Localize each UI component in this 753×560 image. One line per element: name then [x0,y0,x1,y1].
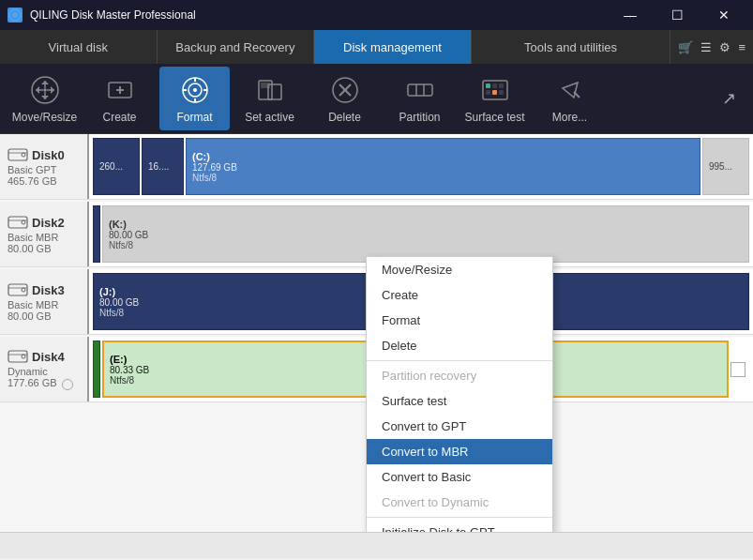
hdd-icon [8,214,28,231]
svg-rect-27 [492,90,497,95]
app-icon [8,8,23,23]
partition-d4p1[interactable] [93,341,100,398]
disk2-size: 80.00 GB [8,243,80,254]
svg-point-40 [22,355,25,358]
hdd-icon [8,281,28,298]
app-title: QILING Disk Master Professional [30,8,196,22]
ctx-convert-gpt[interactable]: Convert to GPT [367,414,552,439]
toolbar-delete[interactable]: Delete [309,67,380,130]
delete-icon [328,73,362,107]
toolbar-move-resize[interactable]: Move/Resize [9,67,80,130]
set-active-icon [253,73,287,107]
ctx-move-resize[interactable]: Move/Resize [367,257,552,282]
toolbar-format[interactable]: Format [159,67,230,130]
partition-d2p2[interactable]: (K:) 80.00 GB Ntfs/8 [102,205,749,263]
partition-d0p3[interactable]: (C:) 127.69 GB Ntfs/8 [186,138,700,195]
tab-virtual-disk[interactable]: Virtual disk [0,30,158,64]
partition-d0p2[interactable]: 16.... [142,138,184,195]
tab-tools-utilities[interactable]: Tools and utilities [472,30,671,64]
disk3-type: Basic MBR [8,299,80,310]
svg-point-37 [22,288,25,292]
toolbar-set-active[interactable]: Set active [234,67,305,130]
partition-d0p1[interactable]: 260... [93,138,140,195]
svg-point-34 [22,220,25,224]
disk4-info: Disk4 Dynamic 177.66 GB [0,337,89,401]
toolbar-format-label: Format [176,111,212,124]
context-menu: Move/Resize Create Format Delete Partiti… [366,256,553,532]
cart-icon[interactable]: 🛒 [678,40,693,54]
disk0-size: 465.76 GB [8,175,80,187]
ctx-partition-recovery: Partition recovery [367,363,552,388]
disk3-info: Disk3 Basic MBR 80.00 GB [0,269,89,334]
nav-tabs: Virtual disk Backup and Recovery Disk ma… [0,30,753,64]
svg-rect-28 [499,90,504,95]
toolbar-corner-icon: ↗ [722,89,736,108]
disk2-type: Basic MBR [8,232,80,243]
toolbar-surface-test-label: Surface test [464,111,524,124]
svg-point-1 [12,12,18,18]
ctx-sep2 [367,517,552,518]
svg-point-8 [193,88,197,92]
disk0-partitions: 260... 16.... (C:) 127.69 GB Ntfs/8 995.… [89,134,753,199]
maximize-button[interactable]: ☐ [655,0,699,30]
svg-rect-26 [486,90,490,95]
toolbar-partition[interactable]: Partition [384,67,455,130]
list-icon[interactable]: ☰ [700,40,712,54]
toolbar-delete-label: Delete [328,111,361,124]
ctx-convert-basic[interactable]: Convert to Basic [367,464,552,490]
gear-icon[interactable]: ⚙ [719,40,730,54]
svg-rect-14 [268,84,281,99]
ctx-format[interactable]: Format [367,308,552,333]
status-bar [0,532,753,558]
toolbar-surface-test[interactable]: Surface test [459,67,530,130]
content-area: Disk0 Basic GPT 465.76 GB 260... 16.... … [0,134,753,532]
nav-icons: 🛒 ☰ ⚙ ≡ [670,30,753,64]
toolbar-partition-label: Partition [399,111,440,124]
disk4-name: Disk4 [8,348,80,365]
partition-d0p4[interactable]: 995... [702,138,749,195]
disk4-size: 177.66 GB [8,377,80,389]
disk0-info: Disk0 Basic GPT 465.76 GB [0,134,89,199]
toolbar-more[interactable]: More... [535,67,605,130]
svg-rect-30 [8,149,27,160]
ctx-convert-mbr[interactable]: Convert to MBR [367,439,552,464]
ctx-init-gpt[interactable]: Initialize Disk to GPT [367,520,552,532]
ctx-delete[interactable]: Delete [367,333,552,358]
ctx-create[interactable]: Create [367,282,552,308]
surface-test-icon [478,73,512,107]
toolbar: Move/Resize Create Format [0,64,753,134]
disk3-name: Disk3 [8,281,80,298]
svg-rect-33 [8,217,27,228]
close-button[interactable]: ✕ [702,0,745,30]
ctx-sep1 [367,360,552,361]
svg-rect-23 [486,83,490,88]
disk4-type: Dynamic [8,366,80,377]
toolbar-create-label: Create [102,111,136,124]
svg-rect-24 [492,83,497,88]
hdd-icon [8,348,28,365]
toolbar-move-resize-label: Move/Resize [12,111,77,124]
toolbar-create[interactable]: Create [84,67,155,130]
disk2-name: Disk2 [8,214,80,231]
svg-rect-39 [8,351,27,362]
svg-rect-25 [499,83,504,88]
disk-row-disk0: Disk0 Basic GPT 465.76 GB 260... 16.... … [0,134,753,200]
toolbar-more-label: More... [552,111,587,124]
move-resize-icon [28,73,62,107]
partition-d2p1[interactable] [93,205,100,263]
tab-backup-recovery[interactable]: Backup and Recovery [158,30,315,64]
tab-disk-management[interactable]: Disk management [314,30,472,64]
svg-rect-15 [261,83,270,88]
ctx-surface-test[interactable]: Surface test [367,388,552,414]
create-icon [103,73,137,107]
disk0-type: Basic GPT [8,164,80,175]
svg-rect-19 [408,84,432,96]
format-icon [178,73,212,107]
menu-icon[interactable]: ≡ [738,40,745,54]
toolbar-set-active-label: Set active [245,111,294,124]
hdd-icon [8,146,28,163]
title-bar: QILING Disk Master Professional — ☐ ✕ [0,0,753,30]
svg-rect-36 [8,284,27,295]
minimize-button[interactable]: — [609,0,652,30]
more-icon [553,73,587,107]
